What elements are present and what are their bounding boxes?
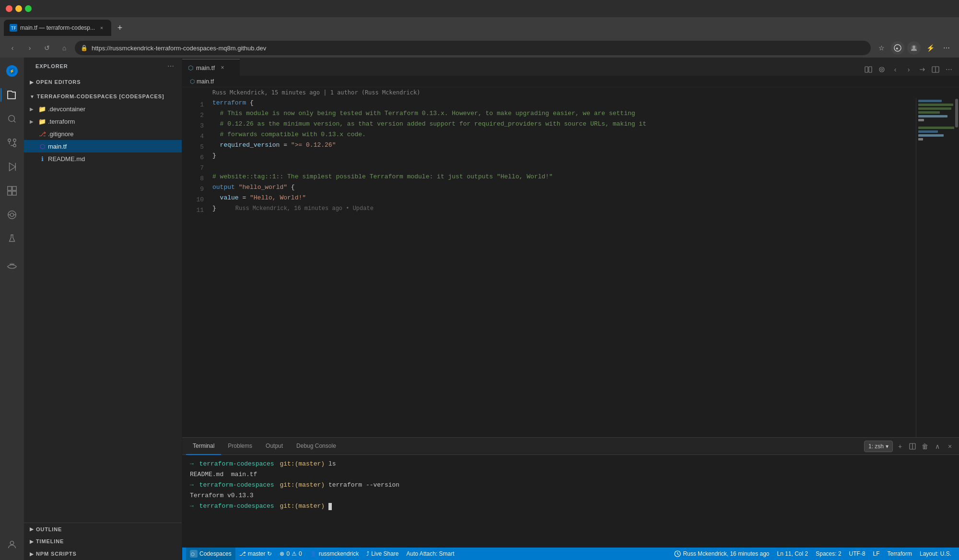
terminal-add-button[interactable]: + — [895, 441, 905, 452]
npm-label: NPM Scripts — [36, 551, 77, 557]
breadcrumb: ⬡ main.tf — [182, 76, 959, 87]
sidebar-bottom: ▶ Outline ▶ Timeline ▶ NPM Scripts — [24, 523, 182, 560]
code-line-4: # forwards compatible with 0.13.x code. — [212, 129, 916, 140]
sidebar-title: Explorer — [35, 63, 68, 69]
goto-forward-icon[interactable]: › — [902, 63, 915, 76]
home-button[interactable]: ⌂ — [58, 41, 71, 55]
minimap-content — [916, 98, 959, 144]
terminal-tab-terminal[interactable]: Terminal — [186, 438, 221, 455]
activity-icon-docker[interactable] — [0, 255, 23, 278]
refresh-button[interactable]: ↺ — [40, 41, 54, 55]
forward-button[interactable]: › — [23, 41, 36, 55]
terminal-shell-dropdown[interactable]: 1: zsh ▾ — [864, 441, 893, 452]
file-item-gitignore[interactable]: ▶ ⎇ .gitignore — [24, 128, 182, 140]
terminal-split-button[interactable] — [907, 441, 918, 452]
status-live-share[interactable]: ⤴ Live Share — [363, 548, 402, 560]
activity-icon-remote[interactable] — [0, 203, 23, 226]
file-item-devcontainer[interactable]: ▶ 📁 .devcontainer — [24, 103, 182, 115]
more-icon[interactable]: ⋯ — [940, 41, 953, 55]
activity-icon-search[interactable] — [0, 107, 23, 130]
status-errors[interactable]: ⊗ 0 ⚠ 0 — [276, 548, 305, 560]
maximize-dot[interactable] — [25, 5, 32, 12]
split-editor-right-icon[interactable] — [929, 63, 942, 76]
open-changes-icon[interactable] — [916, 63, 928, 76]
terminal-tab-problems[interactable]: Problems — [221, 438, 259, 455]
activity-icon-source-control[interactable] — [0, 131, 23, 154]
file-caret-spacer: ▶ — [30, 156, 36, 162]
live-share-label: Live Share — [371, 550, 398, 557]
goto-back-icon[interactable]: ‹ — [889, 63, 901, 76]
file-name: .terraform — [48, 118, 75, 125]
terminal-tab-output[interactable]: Output — [259, 438, 290, 455]
terminal-tab-label: Output — [266, 443, 283, 449]
status-line-ending[interactable]: LF — [869, 548, 884, 560]
browser-tab-active[interactable]: TF main.tf — terraform-codesp... × — [4, 20, 111, 36]
notification-icon[interactable]: ⚡ — [924, 41, 937, 55]
activity-icon-testing[interactable] — [0, 227, 23, 250]
status-auto-attach[interactable]: Auto Attach: Smart — [403, 548, 458, 560]
activity-icon-account[interactable] — [0, 533, 23, 556]
status-branch[interactable]: ⎇ master ↻ — [235, 548, 276, 560]
layout-text: Layout: U.S. — [920, 550, 951, 557]
outline-header[interactable]: ▶ Outline — [24, 523, 182, 535]
term-cmd: terraform --version — [325, 480, 399, 490]
profile-icon[interactable] — [907, 41, 921, 55]
address-bar[interactable]: 🔒 https://russmckendrick-terraform-codes… — [75, 41, 871, 55]
tab-close-button[interactable]: × — [98, 24, 105, 32]
project-label: terraform-codespaces [Codespaces] — [37, 93, 164, 99]
browser-tab-bar: TF main.tf — terraform-codesp... × + — [0, 17, 959, 38]
file-item-terraform-folder[interactable]: ▶ 📁 .terraform — [24, 115, 182, 128]
extensions-icon[interactable]: ● — [891, 41, 904, 55]
status-layout[interactable]: Layout: U.S. — [916, 548, 955, 560]
new-tab-button[interactable]: + — [113, 21, 127, 35]
timeline-label: Timeline — [36, 538, 64, 544]
terminal-close-button[interactable]: × — [945, 441, 955, 452]
svg-point-22 — [10, 541, 13, 545]
dropdown-chevron: ▾ — [886, 443, 889, 450]
sidebar-more-button[interactable]: ⋯ — [165, 61, 176, 71]
breadcrumb-item[interactable]: ⬡ main.tf — [190, 78, 214, 85]
status-encoding[interactable]: UTF-8 — [845, 548, 869, 560]
editor-tab-main-tf[interactable]: ⬡ main.tf × — [182, 59, 240, 76]
back-button[interactable]: ‹ — [6, 41, 19, 55]
terminal-up-button[interactable]: ∧ — [932, 441, 943, 452]
activity-icon-explorer[interactable] — [0, 83, 23, 106]
status-position[interactable]: Ln 11, Col 2 — [773, 548, 812, 560]
activity-icon-extensions[interactable] — [0, 179, 23, 202]
line-numbers: 1 2 3 4 5 6 7 8 9 10 11 — [182, 98, 209, 437]
split-editor-icon[interactable] — [862, 63, 875, 76]
terminal-kill-button[interactable]: 🗑 — [920, 441, 930, 452]
terminal-content[interactable]: → terraform-codespaces git:( master ) ls… — [182, 455, 959, 548]
line-num: 11 — [182, 205, 204, 216]
sidebar-actions: ⋯ — [165, 61, 176, 71]
terminal-shell-name: 1: zsh — [868, 443, 884, 450]
timeline-header[interactable]: ▶ Timeline — [24, 535, 182, 548]
scrollbar-thumb[interactable] — [955, 99, 958, 128]
activity-icon-run[interactable] — [0, 155, 23, 178]
file-item-main-tf[interactable]: ▶ ⬡ main.tf — [24, 140, 182, 152]
status-user[interactable]: 👤 russmckendrick — [306, 548, 363, 560]
activity-icon-copilot[interactable]: ⚡ — [0, 59, 23, 82]
status-spaces[interactable]: Spaces: 2 — [812, 548, 845, 560]
scrollbar-track[interactable] — [954, 98, 959, 437]
codespaces-icon: ⬡ — [190, 550, 198, 558]
terminal-tab-debug[interactable]: Debug Console — [290, 438, 343, 455]
git-blame-header: Russ Mckendrick, 15 minutes ago | 1 auth… — [209, 87, 916, 98]
project-section: ▼ terraform-codespaces [Codespaces] ▶ 📁 … — [24, 89, 182, 168]
npm-scripts-header[interactable]: ▶ NPM Scripts — [24, 548, 182, 560]
code-content[interactable]: terraform { # This module is now only be… — [209, 98, 916, 437]
open-editors-header[interactable]: ▶ Open Editors — [24, 76, 182, 88]
project-header[interactable]: ▼ terraform-codespaces [Codespaces] — [24, 90, 182, 103]
status-blame[interactable]: Russ Mckendrick, 16 minutes ago — [670, 548, 773, 560]
close-dot[interactable] — [6, 5, 12, 12]
minimize-dot[interactable] — [15, 5, 22, 12]
more-actions-icon[interactable]: ⋯ — [943, 63, 955, 76]
tab-close-button[interactable]: × — [218, 63, 227, 72]
bookmark-icon[interactable]: ☆ — [875, 41, 888, 55]
file-item-readme[interactable]: ▶ ℹ README.md — [24, 152, 182, 165]
status-language[interactable]: Terraform — [884, 548, 916, 560]
status-codespaces[interactable]: ⬡ Codespaces — [186, 548, 235, 560]
svg-point-5 — [912, 46, 915, 48]
preview-icon[interactable] — [876, 63, 888, 76]
editor-toolbar-right: ‹ › ⋯ — [862, 63, 959, 76]
